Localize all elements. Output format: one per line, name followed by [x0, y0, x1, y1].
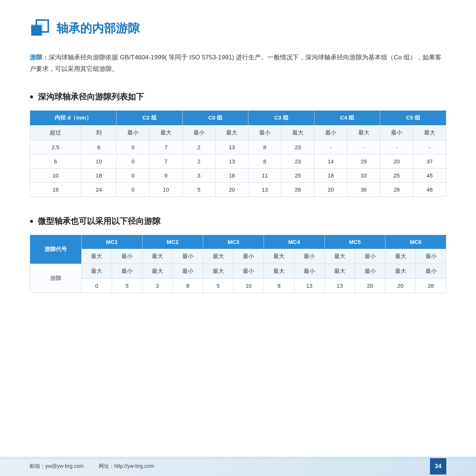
th-c5: C5 组	[380, 111, 446, 125]
th-mc6-min: 最小	[416, 249, 446, 264]
table-row: 1824010520132820362848	[30, 183, 446, 197]
th-mc5-max: 最大	[325, 249, 355, 264]
section2-title: 微型轴承也可以采用以下径向游隙	[30, 215, 446, 227]
footer-content: 邮箱：yw@yw-brg.com 网址：http://yw-brg.com 34	[0, 457, 476, 476]
th-mc6: MC6	[385, 235, 446, 249]
th-mc3: MC3	[203, 235, 264, 249]
table-row: 053851081313202028	[30, 279, 446, 293]
svg-rect-2	[31, 25, 42, 36]
header-icon	[30, 19, 50, 39]
th-mc2-min: 最小	[173, 249, 203, 264]
th-c4: C4 组	[314, 111, 380, 125]
th-mc2-max: 最大	[142, 249, 173, 264]
th-mc5-min: 最小	[355, 249, 385, 264]
th-c3-min: 最小	[248, 125, 281, 140]
footer-email: 邮箱：yw@yw-brg.com	[30, 463, 84, 470]
footer-website-value: http://yw-brg.com	[114, 463, 154, 469]
th-mc5: MC5	[325, 235, 385, 249]
table-row: 6100721382314292037	[30, 154, 446, 169]
th-mc1-min: 最小	[112, 249, 142, 264]
th-mc6-max: 最大	[385, 249, 416, 264]
section1-title: 深沟球轴承径向游隙列表如下	[30, 91, 446, 103]
footer-website-label: 网址：	[99, 463, 114, 469]
th-mc3-max: 最大	[203, 249, 234, 264]
footer-website: 网址：http://yw-brg.com	[99, 463, 154, 470]
th-mc1-max: 最大	[81, 249, 112, 264]
th-c4-max: 最大	[347, 125, 380, 140]
page-header: 轴承的内部游隙	[30, 19, 446, 39]
page-footer: 邮箱：yw@yw-brg.com 网址：http://yw-brg.com 34	[0, 457, 476, 476]
table1: 内径 d（mm） C2 组 C0 组 C3 组 C4 组 C5 组 超过 到 最…	[30, 110, 446, 197]
th-mc1: MC1	[81, 235, 142, 249]
intro-paragraph: 游隙：深沟球轴承径向游隙依据 GB/T4604-1999( 等同于 ISO 57…	[30, 52, 446, 75]
th-mc2: MC2	[142, 235, 203, 249]
footer-email-value: yw@yw-brg.com	[45, 463, 84, 469]
page-title: 轴承的内部游隙	[56, 20, 140, 37]
table-row: 101809318112518332545	[30, 169, 446, 183]
footer-page-number: 34	[430, 458, 446, 475]
th-inner-dia: 内径 d（mm）	[30, 111, 117, 125]
th-c0-min: 最小	[182, 125, 215, 140]
th-clearance-code: 游隙代号	[30, 235, 82, 264]
th-c5-min: 最小	[380, 125, 413, 140]
th-c0: C0 组	[182, 111, 248, 125]
th-c2-min: 最小	[117, 125, 150, 140]
intro-body: 深沟球轴承径向游隙依据 GB/T4604-1999( 等同于 ISO 5753-…	[30, 54, 441, 72]
th-over: 超过	[30, 125, 81, 140]
th-c2-max: 最大	[150, 125, 183, 140]
th-c3-max: 最大	[281, 125, 314, 140]
th-c3: C3 组	[248, 111, 314, 125]
th-c4-min: 最小	[314, 125, 347, 140]
table-row: 游隙最大最小最大最小最大最小最大最小最大最小最大最小	[30, 264, 446, 279]
th-mc3-min: 最小	[234, 249, 264, 264]
th-c0-max: 最大	[215, 125, 248, 140]
table-row: 2.5607213823----	[30, 140, 446, 154]
th-mc4-max: 最大	[264, 249, 294, 264]
th-mc4: MC4	[264, 235, 325, 249]
th-mc4-min: 最小	[294, 249, 325, 264]
th-c5-max: 最大	[413, 125, 446, 140]
footer-email-label: 邮箱：	[30, 463, 45, 469]
table2: 游隙代号 MC1 MC2 MC3 MC4 MC5 MC6 最大 最小 最大 最小…	[30, 235, 446, 293]
th-c2: C2 组	[117, 111, 183, 125]
intro-keyword: 游隙：	[30, 54, 49, 61]
th-to: 到	[81, 125, 116, 140]
